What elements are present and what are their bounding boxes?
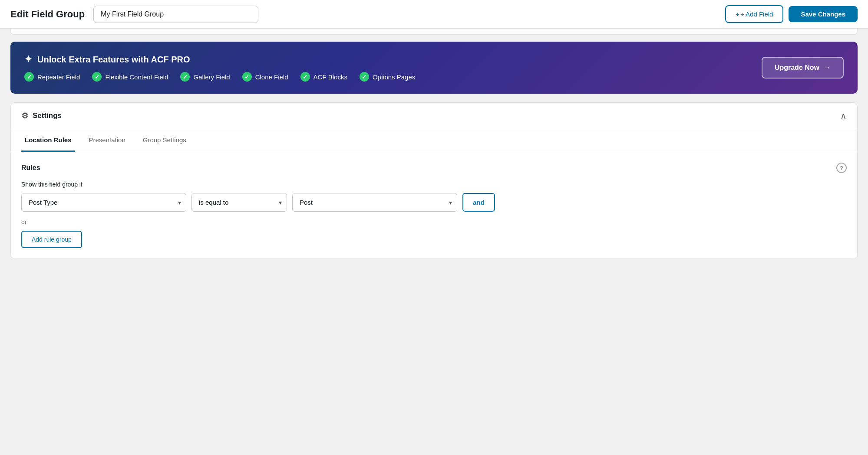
condition-value-select[interactable]: Post Page Custom Post Type [292, 193, 457, 212]
condition-operator-select[interactable]: is equal to is not equal to [191, 193, 287, 212]
main-content: ✦ Unlock Extra Features with ACF PRO ✓ R… [0, 29, 868, 269]
pro-features-list: ✓ Repeater Field ✓ Flexible Content Fiel… [24, 72, 415, 82]
check-icon-flexible: ✓ [92, 72, 102, 82]
tab-presentation[interactable]: Presentation [86, 129, 129, 152]
collapse-icon[interactable]: ∧ [840, 111, 847, 121]
and-button[interactable]: and [462, 193, 495, 212]
settings-title: ⚙ Settings [21, 111, 62, 121]
condition-field-select[interactable]: Post Type Page User [21, 193, 186, 212]
page-header: Edit Field Group + + Add Field Save Chan… [0, 0, 868, 29]
pro-banner: ✦ Unlock Extra Features with ACF PRO ✓ R… [10, 42, 858, 94]
feature-options: ✓ Options Pages [360, 72, 415, 82]
plus-icon: + [736, 10, 739, 18]
rules-header: Rules ? [21, 163, 847, 173]
condition-value-wrapper: Post Page Custom Post Type ▾ [292, 193, 457, 212]
page-title: Edit Field Group [10, 9, 85, 20]
field-group-name-input[interactable] [93, 6, 258, 23]
check-icon-blocks: ✓ [300, 72, 310, 82]
tab-location-rules[interactable]: Location Rules [21, 129, 75, 152]
feature-flexible: ✓ Flexible Content Field [92, 72, 168, 82]
settings-header: ⚙ Settings ∧ [11, 103, 857, 129]
rule-row: Post Type Page User ▾ is equal to is not… [21, 193, 847, 212]
condition-field-wrapper: Post Type Page User ▾ [21, 193, 186, 212]
add-rule-group-button[interactable]: Add rule group [21, 231, 82, 248]
pro-banner-left: ✦ Unlock Extra Features with ACF PRO ✓ R… [24, 54, 415, 82]
rules-section: Rules ? Show this field group if Post Ty… [11, 152, 857, 259]
rules-label: Rules [21, 164, 40, 172]
header-actions: + + Add Field Save Changes [725, 5, 858, 23]
condition-operator-wrapper: is equal to is not equal to ▾ [191, 193, 287, 212]
star-icon: ✦ [24, 54, 32, 65]
settings-tabs: Location Rules Presentation Group Settin… [11, 129, 857, 152]
feature-gallery: ✓ Gallery Field [180, 72, 230, 82]
or-label: or [21, 219, 847, 226]
gear-icon: ⚙ [21, 111, 28, 121]
feature-blocks: ✓ ACF Blocks [300, 72, 347, 82]
tab-group-settings[interactable]: Group Settings [139, 129, 190, 152]
feature-repeater: ✓ Repeater Field [24, 72, 80, 82]
show-if-label: Show this field group if [21, 181, 847, 188]
check-icon-clone: ✓ [242, 72, 252, 82]
upgrade-now-button[interactable]: Upgrade Now → [762, 57, 844, 79]
top-partial-card [10, 29, 858, 35]
check-icon-gallery: ✓ [180, 72, 190, 82]
help-icon[interactable]: ? [836, 163, 847, 173]
pro-banner-title: ✦ Unlock Extra Features with ACF PRO [24, 54, 415, 65]
check-icon-options: ✓ [360, 72, 369, 82]
settings-card: ⚙ Settings ∧ Location Rules Presentation… [10, 102, 858, 259]
add-field-button[interactable]: + + Add Field [725, 5, 783, 23]
arrow-right-icon: → [824, 64, 831, 72]
feature-clone: ✓ Clone Field [242, 72, 288, 82]
save-changes-button[interactable]: Save Changes [789, 6, 858, 22]
check-icon-repeater: ✓ [24, 72, 34, 82]
